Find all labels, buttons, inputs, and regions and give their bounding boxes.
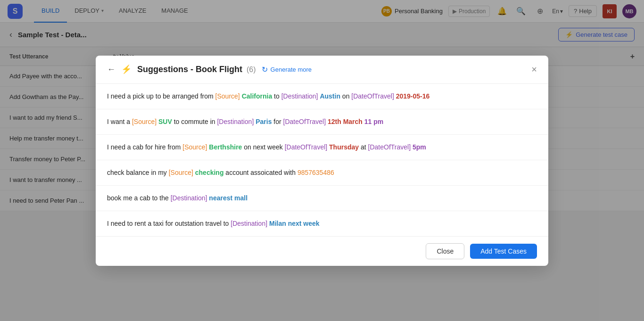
add-test-cases-button[interactable]: Add Test Cases bbox=[470, 244, 537, 259]
modal-close-button[interactable]: × bbox=[531, 64, 537, 75]
suggestion-item[interactable]: I need a cab for hire from [Source] Bert… bbox=[96, 135, 548, 160]
suggestion-item[interactable]: I want a [Source] SUV to commute in [Des… bbox=[96, 109, 548, 135]
modal-back-button[interactable]: ← bbox=[107, 65, 116, 74]
suggestion-item[interactable]: I need a pick up to be arranged from [So… bbox=[96, 84, 548, 109]
close-button[interactable]: Close bbox=[426, 243, 464, 259]
modal-title: Suggestions - Book Flight (6) bbox=[137, 65, 256, 74]
generate-more-button[interactable]: ↻ Generate more bbox=[262, 65, 312, 74]
suggestion-item[interactable]: book me a cab to the [Destination] neare… bbox=[96, 186, 548, 211]
suggestion-item[interactable]: I need to rent a taxi for outstation tra… bbox=[96, 211, 548, 236]
refresh-icon: ↻ bbox=[262, 65, 268, 74]
modal-body: I need a pick up to be arranged from [So… bbox=[96, 84, 548, 236]
modal-footer: Close Add Test Cases bbox=[96, 236, 548, 266]
modal-overlay: ← ⚡ Suggestions - Book Flight (6) ↻ Gene… bbox=[0, 0, 644, 321]
lightning-icon: ⚡ bbox=[121, 64, 132, 74]
suggestion-item[interactable]: check balance in my [Source] checking ac… bbox=[96, 160, 548, 186]
modal-header: ← ⚡ Suggestions - Book Flight (6) ↻ Gene… bbox=[96, 56, 548, 84]
generate-test-cases-modal: ← ⚡ Suggestions - Book Flight (6) ↻ Gene… bbox=[96, 56, 548, 266]
